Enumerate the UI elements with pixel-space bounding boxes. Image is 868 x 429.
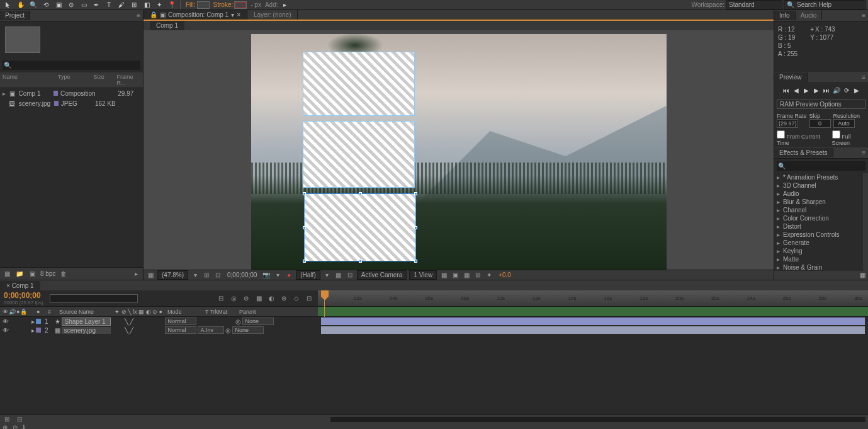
rotation-tool[interactable]: ⟲ — [40, 1, 52, 9]
panel-menu-icon[interactable]: ≡ — [862, 12, 865, 19]
label-color[interactable] — [54, 91, 58, 96]
zoom-slider[interactable] — [330, 417, 865, 422]
comp-mini-flowchart-icon[interactable]: ⊟ — [216, 294, 226, 304]
prev-frame-button[interactable]: ◀ — [792, 86, 801, 94]
camera-tool[interactable]: ▣ — [53, 1, 64, 9]
timeline-tab[interactable]: × Comp 1 — [0, 281, 40, 290]
close-icon[interactable]: × — [237, 11, 240, 18]
guides-icon[interactable]: ⊡ — [213, 271, 222, 280]
parent-col[interactable]: Parent — [239, 309, 277, 315]
always-preview-icon[interactable]: ▦ — [146, 271, 155, 280]
project-search-input[interactable] — [11, 62, 139, 69]
status-icon[interactable]: ⊙ — [13, 424, 20, 429]
project-search[interactable]: 🔍 — [3, 60, 140, 70]
visibility-icon[interactable]: 👁 — [3, 318, 10, 325]
fill-swatch[interactable] — [197, 1, 210, 9]
effects-category[interactable]: ▸Channel — [774, 206, 863, 214]
effects-search-input[interactable] — [786, 163, 865, 169]
shape-rectangle[interactable] — [303, 121, 415, 188]
label-color[interactable] — [54, 101, 59, 106]
puppet-tool[interactable]: 📍 — [166, 1, 178, 9]
rectangle-tool[interactable]: ▭ — [78, 1, 89, 9]
timeline-icon[interactable]: ▦ — [462, 271, 471, 280]
effects-category[interactable]: ▸Noise & Grain — [774, 263, 863, 271]
reset-exposure-icon[interactable]: ✦ — [485, 271, 493, 280]
info-tab[interactable]: Info — [774, 11, 796, 20]
last-frame-button[interactable]: ⏭ — [822, 86, 831, 94]
first-frame-button[interactable]: ⏮ — [782, 86, 791, 94]
pen-tool[interactable]: ✒ — [91, 1, 102, 9]
comp-viewer-tab[interactable]: 🔒 ▣ Composition: Comp 1 ▾ × — [144, 10, 247, 20]
status-icon[interactable]: ⊕ — [3, 424, 10, 429]
effects-category[interactable]: ▸* Animation Presets — [774, 173, 863, 181]
header-fps[interactable]: Frame R... — [117, 74, 140, 86]
layer-bar[interactable] — [321, 326, 865, 334]
composition-viewer[interactable] — [144, 30, 774, 270]
timeline-ruler[interactable]: 02s 04s 06s 08s 10s 12s 14s 16s 18s 20s … — [318, 290, 868, 306]
pickwhip-icon[interactable]: ◎ — [225, 327, 231, 334]
draft-3d-icon[interactable]: ◎ — [228, 294, 239, 304]
label-color[interactable] — [36, 319, 41, 324]
effects-tab[interactable]: Effects & Presets — [774, 148, 833, 157]
motion-blur-icon[interactable]: ◐ — [266, 294, 276, 304]
pixel-aspect-icon[interactable]: ▦ — [439, 271, 448, 280]
res-icon[interactable]: ▾ — [191, 271, 200, 280]
add-dropdown[interactable]: ▸ — [279, 1, 291, 9]
play-button[interactable]: ▶ — [802, 86, 811, 94]
playhead[interactable] — [321, 290, 329, 300]
stroke-swatch[interactable] — [234, 1, 247, 9]
toggle-switches-icon[interactable]: ⊞ — [3, 415, 11, 424]
preview-options-dropdown[interactable]: RAM Preview Options — [777, 100, 865, 109]
layer-name[interactable]: scenery.jpg — [62, 327, 111, 334]
resolution-field[interactable] — [833, 119, 855, 128]
audio-switch-icon[interactable]: 🔊 — [9, 309, 16, 315]
lock-switch-icon[interactable]: 🔒 — [20, 309, 27, 315]
channel-icon[interactable]: ▾ — [273, 271, 282, 280]
fast-preview-icon[interactable]: ▣ — [451, 271, 459, 280]
effects-category[interactable]: ▸Color Correction — [774, 214, 863, 222]
exposure-value[interactable]: +0.0 — [496, 272, 514, 278]
work-area-bar[interactable] — [318, 307, 868, 316]
skip-field[interactable] — [809, 119, 831, 128]
expand-icon[interactable]: ▸ — [3, 90, 8, 97]
comp-settings-icon[interactable]: ▣ — [28, 270, 37, 278]
effects-category[interactable]: ▸Matte — [774, 255, 863, 263]
ram-preview-button[interactable]: ▶ — [852, 86, 861, 94]
status-icon[interactable]: ℹ — [23, 424, 30, 429]
camera-dropdown[interactable]: Active Camera — [357, 270, 407, 280]
eraser-tool[interactable]: ◧ — [141, 1, 152, 9]
brainstorm-icon[interactable]: ⊛ — [279, 294, 289, 304]
effects-category[interactable]: ▸Audio — [774, 190, 863, 198]
project-item[interactable]: 🖼 scenery.jpg JPEG 162 KB — [0, 98, 143, 108]
switch-icon[interactable]: ╲ — [125, 318, 128, 325]
solo-switch-icon[interactable]: ● — [16, 309, 20, 315]
rgb-icon[interactable]: ● — [285, 271, 293, 280]
audio-tab[interactable]: Audio — [796, 11, 823, 20]
mode-dropdown[interactable]: Normal — [165, 317, 196, 325]
folder-icon[interactable]: 📁 — [15, 270, 24, 278]
selection-tool[interactable] — [3, 1, 14, 9]
zoom-dropdown[interactable]: (47.8%) — [157, 270, 188, 280]
effects-search[interactable]: 🔍 — [777, 161, 865, 171]
workspace-select[interactable]: Standard — [726, 0, 782, 9]
trkmat-col[interactable]: T TrkMat — [205, 309, 237, 315]
interpret-icon[interactable]: ▦ — [3, 270, 11, 278]
brush-tool[interactable]: 🖌 — [116, 1, 127, 9]
shape-rectangle[interactable] — [303, 52, 415, 116]
close-icon[interactable]: × — [6, 282, 10, 289]
layer-row[interactable]: 👁 ▸ 2 ▦ scenery.jpg ╲ ╱ Normal A.Inv ◎ N… — [0, 326, 318, 335]
project-tab[interactable]: Project — [0, 11, 30, 20]
video-switch-icon[interactable]: 👁 — [3, 309, 8, 315]
timeline-search[interactable] — [50, 294, 138, 303]
panel-menu-icon[interactable]: ≡ — [137, 12, 140, 19]
panel-menu-icon[interactable]: ≡ — [862, 149, 865, 156]
trkmat-dropdown[interactable]: A.Inv — [198, 326, 224, 334]
mute-button[interactable]: 🔊 — [832, 86, 841, 94]
next-frame-button[interactable]: ▶ — [812, 86, 821, 94]
header-name[interactable]: Name — [3, 74, 50, 86]
layer-name[interactable]: Shape Layer 1 — [62, 317, 111, 326]
canvas[interactable] — [251, 34, 667, 270]
quality-dropdown[interactable]: (Half) — [296, 270, 320, 280]
text-tool[interactable]: T — [103, 1, 115, 9]
label-color[interactable] — [36, 328, 41, 333]
